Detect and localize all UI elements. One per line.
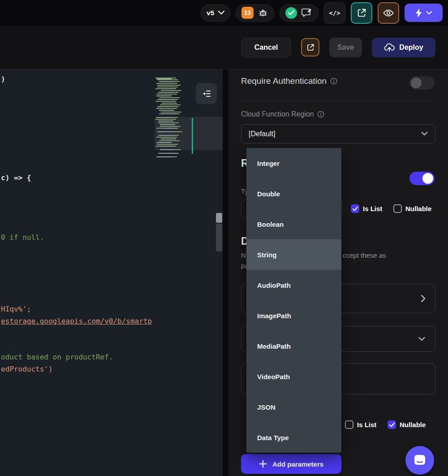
dropdown-item-mediapath[interactable]: MediaPath [246, 331, 341, 361]
cancel-button[interactable]: Cancel [241, 38, 291, 57]
export-icon [357, 8, 366, 18]
scrollbar-thumb[interactable] [216, 213, 222, 223]
status-group [280, 4, 319, 22]
add-parameters-button[interactable]: Add parameters [241, 454, 341, 474]
check-circle-icon[interactable] [285, 7, 297, 19]
code-line: edProducts') [1, 365, 53, 373]
scrollbar-thumb[interactable] [216, 224, 222, 251]
deploy-button[interactable]: Deploy [372, 38, 435, 57]
chevron-down-icon [426, 11, 432, 15]
nullable-label: Nullable [405, 205, 431, 212]
dropdown-item-double[interactable]: Double [246, 178, 341, 209]
code-fold-button[interactable] [196, 83, 217, 104]
param-is-list-label: Is List [357, 421, 376, 428]
divider [241, 101, 435, 101]
save-button[interactable]: Save [329, 38, 362, 57]
minimap-viewport[interactable] [155, 117, 223, 150]
chevron-down-icon [218, 11, 224, 15]
run-button[interactable] [405, 4, 443, 22]
lightning-icon [416, 9, 422, 17]
code-text-layer: ) c) => { 0 if null. HIqv%'; estorage.go… [0, 69, 155, 476]
chevron-down-icon [418, 337, 425, 341]
require-auth-text: Require Authentication [241, 76, 327, 86]
code-line: oduct based on productRef. [1, 353, 113, 361]
panel-divider [223, 69, 228, 476]
return-value-toggle[interactable] [409, 172, 435, 185]
type-dropdown-menu: Integer Double Boolean String AudioPath … [246, 148, 341, 453]
chat-icon [413, 454, 426, 467]
require-auth-toggle[interactable] [409, 76, 435, 90]
param-nullable-checkbox[interactable] [388, 420, 396, 429]
chevron-right-icon [421, 295, 425, 302]
main-content: ) c) => { 0 if null. HIqv%'; estorage.go… [0, 69, 448, 476]
code-icon: </> [329, 9, 340, 17]
note-text: ccept these as [343, 251, 386, 259]
chevron-down-icon [421, 132, 428, 136]
is-list-label: Is List [363, 205, 382, 212]
top-toolbar: v5 13 [0, 0, 448, 26]
dropdown-item-imagepath[interactable]: ImagePath [246, 300, 341, 331]
region-text: Cloud Function Region [241, 110, 314, 118]
code-line: c) => { [1, 173, 31, 182]
open-in-new-button[interactable] [301, 38, 319, 56]
info-icon[interactable] [330, 78, 337, 85]
editor-action-bar: Cancel Save Deploy [0, 26, 448, 69]
dropdown-item-boolean[interactable]: Boolean [246, 209, 341, 239]
chat-support-button[interactable] [405, 446, 434, 475]
issues-count-badge[interactable]: 13 [241, 7, 254, 19]
code-line-url[interactable]: estorage.googleapis.com/v0/b/smartp [1, 317, 152, 325]
is-list-checkbox[interactable] [351, 204, 359, 213]
preview-button[interactable] [378, 2, 399, 24]
dropdown-item-json[interactable]: JSON [246, 392, 341, 422]
bug-icon[interactable] [258, 8, 268, 18]
require-auth-label: Require Authentication [241, 76, 337, 86]
version-dropdown[interactable]: v5 [201, 4, 230, 22]
dropdown-item-integer[interactable]: Integer [246, 148, 341, 178]
nullable-checkbox[interactable] [393, 204, 402, 213]
toggle-knob [422, 173, 433, 184]
minimap-selection-marker [192, 118, 193, 154]
issues-group: 13 [236, 4, 274, 22]
fold-lines-icon [201, 88, 212, 99]
eye-icon [383, 9, 394, 17]
minimap[interactable] [156, 78, 172, 79]
code-line: HIqv%'; [1, 305, 31, 313]
plus-icon [259, 460, 267, 468]
note-text: N [241, 251, 246, 259]
version-label: v5 [207, 9, 214, 17]
app-window: v5 13 [0, 0, 448, 476]
add-parameters-label: Add parameters [272, 460, 323, 468]
open-external-button[interactable] [351, 2, 372, 24]
deploy-label: Deploy [399, 43, 423, 52]
region-selected-value: [Default] [249, 130, 276, 138]
region-select[interactable]: [Default] [241, 124, 435, 143]
param-is-list-checkbox[interactable] [345, 420, 353, 429]
region-label: Cloud Function Region [241, 110, 324, 118]
code-line: 0 if null. [1, 233, 44, 242]
toggle-knob [411, 78, 422, 88]
param-nullable-label: Nullable [400, 421, 426, 428]
info-icon[interactable] [317, 111, 324, 118]
dropdown-item-datatype[interactable]: Data Type [246, 422, 341, 453]
dropdown-item-audiopath[interactable]: AudioPath [246, 270, 341, 300]
dropdown-item-string[interactable]: String [246, 239, 341, 270]
code-view-button[interactable]: </> [324, 2, 345, 24]
feedback-icon[interactable] [301, 8, 313, 18]
code-line: ) [1, 75, 5, 83]
cloud-upload-icon [384, 43, 395, 52]
export-icon [306, 43, 314, 52]
code-editor[interactable]: ) c) => { 0 if null. HIqv%'; estorage.go… [0, 69, 223, 476]
dropdown-item-videopath[interactable]: VideoPath [246, 361, 341, 392]
